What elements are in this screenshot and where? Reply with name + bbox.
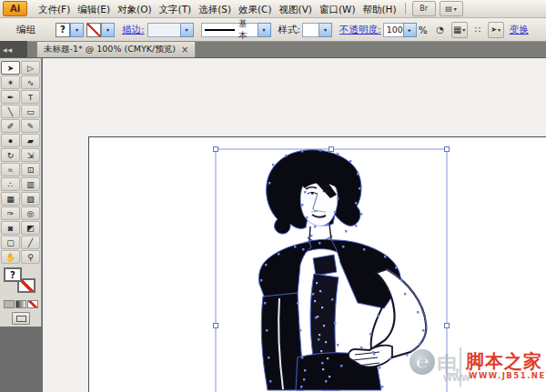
align-dots-button[interactable]: ∷ (470, 22, 486, 38)
opacity-panel-link[interactable]: 不透明度: (339, 24, 381, 36)
live-paint-bucket-tool[interactable]: ◙ (1, 221, 20, 235)
transform-panel-link[interactable]: 变换 (510, 24, 529, 36)
bridge-icon: Br (420, 5, 428, 13)
chevron-down-icon: ▾ (318, 23, 332, 37)
tools-grid: ➤▷✶∿✒T╲▭✐✎●▰↻⇲≈⊡∴▥▦▧✑◎◙◩▢╱✋⚲ (1, 61, 40, 264)
gradient-mode-button[interactable] (15, 300, 26, 308)
zoom-tool[interactable]: ⚲ (21, 250, 40, 264)
rectangle-tool[interactable]: ▭ (21, 105, 40, 118)
menu-separator (405, 3, 406, 15)
menu-items: 文件(F)编辑(E)对象(O)文字(T)选择(S)效果(C)视图(V)窗口(W)… (35, 0, 400, 17)
align-options-button[interactable]: ▦ ▾ (451, 22, 468, 38)
stroke-panel-link[interactable]: 描边: (122, 24, 145, 36)
fill-swatch: ? (56, 23, 70, 37)
tab-close-icon[interactable]: × (181, 45, 188, 55)
chevron-down-icon: ▾ (101, 23, 115, 37)
chevron-down-icon: ▾ (454, 5, 457, 12)
color-mode-button[interactable] (4, 300, 15, 308)
fill-color-dropdown[interactable]: ? ▾ (56, 23, 84, 37)
opacity-field[interactable]: 100 ▸ (383, 23, 417, 37)
mesh-tool[interactable]: ▦ (1, 192, 20, 206)
pasteboard[interactable]: ℮ 电 脚本之家 WWW.JB51.NET WWW (43, 58, 546, 392)
chevron-down-icon: ▾ (258, 23, 271, 37)
menu-view[interactable]: 视图(V) (276, 0, 316, 18)
pencil-tool[interactable]: ✎ (21, 119, 40, 133)
selection-tool[interactable]: ➤ (1, 61, 20, 75)
recolor-artwork-button[interactable]: ◔ (432, 22, 449, 38)
fill-stroke-indicator: ? (1, 267, 40, 297)
chevron-down-icon: ▾ (70, 23, 84, 37)
menu-file[interactable]: 文件(F) (35, 0, 74, 18)
isolate-selection-button[interactable]: ➤ ▾ (488, 22, 504, 38)
free-transform-tool[interactable]: ⊡ (21, 163, 40, 176)
symbol-sprayer-tool[interactable]: ∴ (1, 177, 20, 191)
column-graph-tool[interactable]: ▥ (21, 177, 40, 191)
eyedropper-tool[interactable]: ✑ (1, 206, 20, 220)
menu-select[interactable]: 选择(S) (195, 0, 235, 18)
control-bar: 编组 ? ▾ ▾ 描边: ▾ 基本 ▾ 样式: ▾ 不透明度: 100 ▸ % … (0, 18, 546, 42)
slice-tool[interactable]: ╱ (21, 236, 40, 249)
artboard-tool[interactable]: ▢ (1, 236, 20, 249)
blob-brush-tool[interactable]: ● (1, 134, 20, 147)
stroke-none-swatch (86, 23, 101, 37)
magic-wand-tool[interactable]: ✶ (1, 75, 20, 89)
rotate-tool[interactable]: ↻ (1, 148, 20, 162)
tools-panel: ➤▷✶∿✒T╲▭✐✎●▰↻⇲≈⊡∴▥▦▧✑◎◙◩▢╱✋⚲ ? (0, 58, 42, 327)
document-tab-title: 未标题-1* @ 100% (CMYK/预览) (44, 44, 176, 55)
menu-effect[interactable]: 效果(C) (235, 0, 276, 18)
opacity-spinner-icon: ▸ (403, 23, 417, 37)
hand-tool[interactable]: ✋ (1, 250, 20, 264)
stroke-weight-value (147, 23, 180, 37)
eraser-tool[interactable]: ▰ (21, 134, 40, 147)
stroke-preview-line (205, 29, 235, 31)
menu-window[interactable]: 窗口(W) (316, 0, 359, 18)
menu-object[interactable]: 对象(O) (114, 0, 155, 18)
workspace: ➤▷✶∿✒T╲▭✐✎●▰↻⇲≈⊡∴▥▦▧✑◎◙◩▢╱✋⚲ ? (0, 58, 546, 392)
chevron-down-icon: ▾ (180, 23, 194, 37)
grid-icon: ▦ (453, 25, 461, 35)
align-dots-icon: ∷ (474, 25, 480, 35)
gradient-tool[interactable]: ▧ (21, 192, 40, 206)
style-label: 样式: (278, 24, 301, 36)
document-tab[interactable]: 未标题-1* @ 100% (CMYK/预览) × (36, 41, 196, 57)
paintbrush-tool[interactable]: ✐ (1, 119, 20, 133)
style-value (302, 23, 318, 37)
bridge-button[interactable]: Br (412, 1, 436, 16)
app-logo: Ai (3, 1, 27, 16)
style-dropdown[interactable]: ▾ (302, 23, 332, 37)
document-tab-strip: ◀◀ 未标题-1* @ 100% (CMYK/预览) × (0, 42, 546, 58)
scale-tool[interactable]: ⇲ (21, 148, 40, 162)
collapse-arrows-icon: ◀◀ (3, 46, 13, 53)
fill-proxy-swatch[interactable]: ? (4, 267, 22, 282)
stroke-color-dropdown[interactable]: ▾ (86, 23, 115, 37)
workspace-icon: ▤ (445, 5, 452, 13)
illustrator-window: Ai 文件(F)编辑(E)对象(O)文字(T)选择(S)效果(C)视图(V)窗口… (0, 0, 546, 392)
menu-help[interactable]: 帮助(H) (359, 0, 400, 18)
chevron-down-icon: ▾ (498, 26, 500, 33)
tools-panel-collapse-button[interactable]: ◀◀ (0, 41, 27, 57)
opacity-unit-label: % (419, 25, 428, 35)
menu-bar: Ai 文件(F)编辑(E)对象(O)文字(T)选择(S)效果(C)视图(V)窗口… (0, 0, 546, 18)
pen-tool[interactable]: ✒ (1, 90, 20, 104)
opacity-value: 100 (383, 23, 403, 37)
none-mode-button[interactable] (27, 300, 38, 308)
live-paint-selection-tool[interactable]: ◩ (21, 221, 40, 235)
traced-figure-artwork[interactable] (258, 150, 426, 390)
workspace-switcher-button[interactable]: ▤ ▾ (440, 1, 463, 16)
stroke-weight-dropdown[interactable]: ▾ (147, 23, 194, 37)
type-tool[interactable]: T (21, 90, 40, 104)
blend-tool[interactable]: ◎ (21, 206, 40, 220)
lasso-tool[interactable]: ∿ (21, 75, 40, 89)
brush-definition-dropdown[interactable]: 基本 ▾ (201, 23, 271, 37)
warp-tool[interactable]: ≈ (1, 163, 20, 176)
menu-type[interactable]: 文字(T) (156, 0, 196, 18)
tools-dock: ➤▷✶∿✒T╲▭✐✎●▰↻⇲≈⊡∴▥▦▧✑◎◙◩▢╱✋⚲ ? (0, 58, 43, 392)
brush-definition-value: 基本 (201, 23, 258, 37)
pointer-icon: ➤ (490, 25, 497, 34)
direct-selection-tool[interactable]: ▷ (21, 61, 40, 75)
menu-edit[interactable]: 编辑(E) (74, 0, 114, 18)
line-segment-tool[interactable]: ╲ (1, 105, 20, 118)
paint-mode-buttons (1, 300, 40, 308)
screen-mode-button[interactable] (12, 312, 30, 325)
recolor-artwork-icon: ◔ (436, 25, 444, 35)
